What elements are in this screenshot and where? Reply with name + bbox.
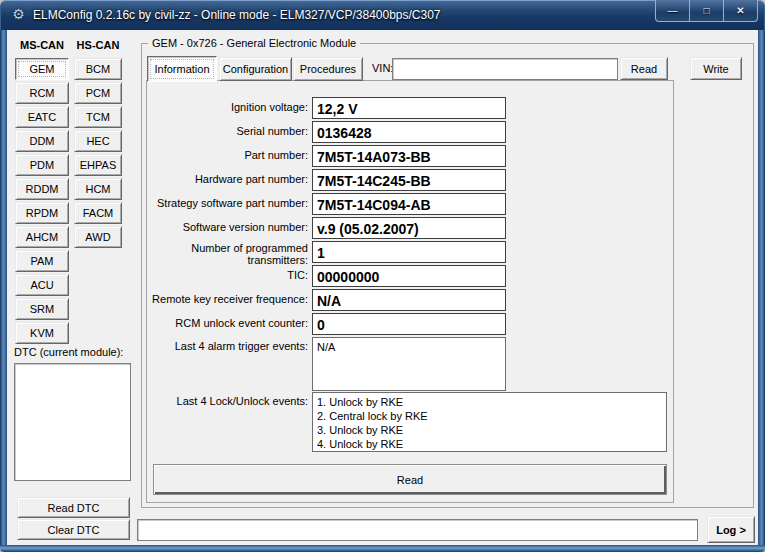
close-button[interactable]: ✕	[723, 0, 758, 22]
gear-icon: ⚙	[10, 6, 27, 23]
sidebar-module-pam[interactable]: PAM	[15, 250, 69, 272]
window-title: ELMConfig 0.2.16c by civil-zz - Online m…	[33, 8, 441, 22]
title-bar[interactable]: ⚙ ELMConfig 0.2.16c by civil-zz - Online…	[0, 0, 765, 30]
sidebar-module-awd[interactable]: AWD	[74, 226, 122, 248]
vin-label: VIN:	[372, 62, 393, 74]
vin-input[interactable]	[392, 58, 618, 80]
sidebar-module-pcm[interactable]: PCM	[74, 82, 122, 104]
field-value: 7M5T-14C245-BB	[312, 169, 506, 191]
field-label: Part number:	[150, 149, 308, 161]
sidebar-module-ahcm[interactable]: AHCM	[15, 226, 69, 248]
elmconfig-window: ⚙ ELMConfig 0.2.16c by civil-zz - Online…	[0, 0, 765, 552]
lock-unlock-events-box: 1. Unlock by RKE 2. Central lock by RKE …	[312, 392, 667, 452]
sidebar-module-pdm[interactable]: PDM	[15, 154, 69, 176]
sidebar-module-rpdm[interactable]: RPDM	[15, 202, 69, 224]
tab-information[interactable]: Information	[147, 56, 217, 82]
clear-dtc-button[interactable]: Clear DTC	[17, 519, 130, 540]
field-value: v.9 (05.02.2007)	[312, 217, 506, 239]
field-value: 7M5T-14C094-AB	[312, 193, 506, 215]
sidebar-module-eatc[interactable]: EATC	[15, 106, 69, 128]
field-value: N/A	[312, 289, 506, 311]
alarm-events-box: N/A	[312, 337, 506, 391]
sidebar-module-bcm[interactable]: BCM	[74, 58, 122, 80]
window-border-bottom	[0, 545, 765, 552]
field-label: Number of programmed transmitters:	[150, 242, 308, 266]
tab-configuration[interactable]: Configuration	[219, 57, 292, 81]
module-read-button[interactable]: Read	[153, 464, 667, 495]
dtc-label: DTC (current module):	[14, 346, 123, 358]
dtc-list[interactable]	[14, 363, 131, 481]
log-input[interactable]	[137, 519, 698, 541]
log-button[interactable]: Log >	[707, 516, 755, 543]
sidebar-module-acu[interactable]: ACU	[15, 274, 69, 296]
alarm-events-label: Last 4 alarm trigger events:	[150, 340, 308, 352]
lock-unlock-events-label: Last 4 Lock/Unlock events:	[150, 395, 308, 407]
field-label: Ignition voltage:	[150, 101, 308, 113]
field-value: 1	[312, 241, 506, 263]
sidebar-module-ehpas[interactable]: EHPAS	[74, 154, 122, 176]
sidebar-module-facm[interactable]: FACM	[74, 202, 122, 224]
sidebar-module-gem[interactable]: GEM	[15, 58, 69, 80]
sidebar-module-kvm[interactable]: KVM	[15, 322, 69, 344]
field-label: Strategy software part number:	[150, 197, 308, 209]
field-label: TIC:	[150, 269, 308, 281]
sidebar-module-hcm[interactable]: HCM	[74, 178, 122, 200]
hs-can-header: HS-CAN	[70, 39, 126, 51]
field-value: 7M5T-14A073-BB	[312, 145, 506, 167]
sidebar-module-rcm[interactable]: RCM	[15, 82, 69, 104]
read-dtc-button[interactable]: Read DTC	[17, 497, 130, 518]
field-value: 00000000	[312, 265, 506, 287]
sidebar-module-ddm[interactable]: DDM	[15, 130, 69, 152]
field-label: Serial number:	[150, 125, 308, 137]
minimize-button[interactable]: —	[655, 0, 690, 22]
field-value: 12,2 V	[312, 97, 506, 119]
field-value: 0136428	[312, 121, 506, 143]
module-group-title: GEM - 0x726 - General Electronic Module	[148, 37, 360, 49]
window-border-right	[758, 30, 765, 545]
window-controls: — □ ✕	[656, 0, 758, 22]
window-border-left	[0, 30, 7, 545]
sidebar-module-hec[interactable]: HEC	[74, 130, 122, 152]
field-label: Remote key receiver frequence:	[150, 293, 308, 305]
ms-can-header: MS-CAN	[14, 39, 70, 51]
field-value: 0	[312, 313, 506, 335]
field-label: Hardware part number:	[150, 173, 308, 185]
field-label: RCM unlock event counter:	[150, 317, 308, 329]
sidebar-module-srm[interactable]: SRM	[15, 298, 69, 320]
maximize-button[interactable]: □	[689, 0, 724, 22]
field-label: Software version number:	[150, 221, 308, 233]
sidebar-module-tcm[interactable]: TCM	[74, 106, 122, 128]
vin-write-button[interactable]: Write	[690, 57, 742, 80]
vin-read-button[interactable]: Read	[620, 57, 668, 80]
sidebar-module-rddm[interactable]: RDDM	[15, 178, 69, 200]
tab-procedures[interactable]: Procedures	[293, 57, 363, 81]
